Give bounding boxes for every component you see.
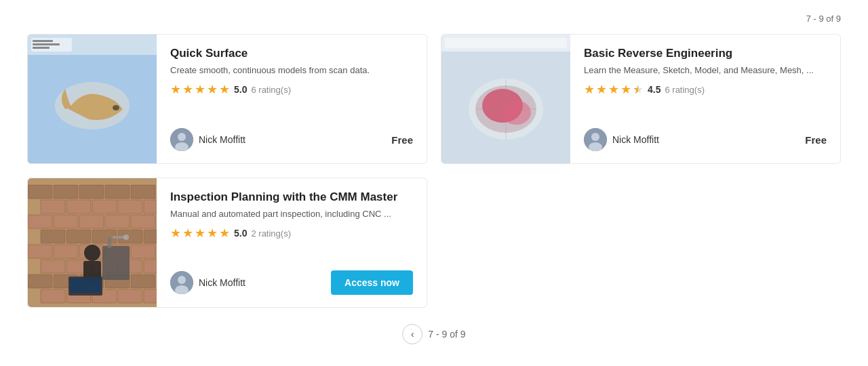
card-thumbnail-inspection-planning <box>28 178 157 307</box>
svg-rect-40 <box>66 230 91 243</box>
page-container: 7 - 9 of 9 Quick Surface Create smooth, … <box>0 0 868 358</box>
prev-page-button[interactable]: ‹ <box>402 324 422 344</box>
star-half: ★ <box>633 83 644 96</box>
author-name-basic-reverse-eng: Nick Moffitt <box>612 134 659 145</box>
author-inspection-planning: Nick Moffitt <box>170 271 245 294</box>
svg-rect-34 <box>28 215 52 228</box>
pagination-bottom: ‹ 7 - 9 of 9 <box>27 324 841 344</box>
svg-point-64 <box>84 245 100 261</box>
svg-rect-67 <box>108 238 111 248</box>
rating-count-quick-surface: 6 rating(s) <box>251 85 291 95</box>
star-full: ★ <box>182 227 193 239</box>
svg-rect-33 <box>144 200 157 214</box>
stars-quick-surface: ★★★★★ <box>170 83 230 96</box>
svg-point-21 <box>591 133 599 141</box>
card-inspection-planning: Inspection Planning with the CMM Master … <box>27 178 427 308</box>
rating-score-quick-surface: 5.0 <box>234 84 247 95</box>
author-name-inspection-planning: Nick Moffitt <box>199 277 245 288</box>
card-title-inspection-planning: Inspection Planning with the CMM Master <box>170 190 413 204</box>
star-full: ★ <box>207 227 218 239</box>
svg-rect-31 <box>92 200 117 214</box>
stars-basic-reverse-eng: ★★★★★ <box>584 83 644 96</box>
rating-count-basic-reverse-eng: 6 rating(s) <box>665 85 705 95</box>
star-full: ★ <box>195 227 205 239</box>
rating-score-inspection-planning: 5.0 <box>234 228 247 239</box>
svg-rect-66 <box>102 246 130 280</box>
card-title-quick-surface: Quick Surface <box>170 47 413 60</box>
svg-rect-71 <box>70 278 101 293</box>
svg-rect-48 <box>131 245 155 258</box>
author-quick-surface: Nick Moffitt <box>170 128 245 151</box>
svg-rect-44 <box>28 245 52 258</box>
svg-rect-28 <box>131 185 155 199</box>
svg-rect-24 <box>28 185 52 199</box>
card-title-basic-reverse-eng: Basic Reverse Engineering <box>584 47 827 60</box>
rating-count-inspection-planning: 2 rating(s) <box>251 228 291 239</box>
svg-rect-26 <box>79 185 104 199</box>
card-desc-quick-surface: Create smooth, continuous models from sc… <box>170 64 413 77</box>
card-body-quick-surface: Quick Surface Create smooth, continuous … <box>157 35 427 163</box>
card-body-inspection-planning: Inspection Planning with the CMM Master … <box>157 178 427 307</box>
access-now-button-inspection-planning[interactable]: Access now <box>331 270 413 295</box>
author-name-quick-surface: Nick Moffitt <box>199 134 245 145</box>
svg-rect-30 <box>66 200 91 214</box>
star-full: ★ <box>207 83 218 96</box>
svg-rect-32 <box>118 200 142 214</box>
card-rating-inspection-planning: ★★★★★ 5.0 2 rating(s) <box>170 227 413 239</box>
svg-rect-19 <box>445 38 567 48</box>
svg-rect-49 <box>41 260 65 273</box>
svg-rect-5 <box>33 40 53 42</box>
card-basic-reverse-eng: Basic Reverse Engineering Learn the Meas… <box>441 34 841 164</box>
svg-rect-38 <box>131 215 155 228</box>
pagination-top: 7 - 9 of 9 <box>27 7 841 34</box>
svg-point-69 <box>123 235 129 240</box>
svg-rect-27 <box>105 185 130 199</box>
star-full: ★ <box>608 83 619 96</box>
card-body-basic-reverse-eng: Basic Reverse Engineering Learn the Meas… <box>570 35 840 163</box>
card-footer-quick-surface: Nick Moffitt Free <box>170 128 413 151</box>
card-footer-inspection-planning: Nick Moffitt Access now <box>170 270 413 295</box>
svg-rect-59 <box>41 289 65 303</box>
svg-rect-62 <box>118 289 142 303</box>
price-label-quick-surface: Free <box>391 134 413 146</box>
author-avatar-quick-surface <box>170 128 193 151</box>
star-full: ★ <box>170 83 181 96</box>
card-desc-basic-reverse-eng: Learn the Measure, Sketch, Model, and Me… <box>584 64 827 77</box>
svg-rect-6 <box>33 43 60 45</box>
stars-inspection-planning: ★★★★★ <box>170 227 230 239</box>
svg-rect-29 <box>41 200 65 214</box>
card-rating-basic-reverse-eng: ★★★★★ 4.5 6 rating(s) <box>584 83 827 96</box>
svg-rect-35 <box>54 215 78 228</box>
star-full: ★ <box>195 83 205 96</box>
star-full: ★ <box>596 83 607 96</box>
svg-rect-53 <box>144 260 157 273</box>
star-full: ★ <box>170 227 181 239</box>
svg-rect-43 <box>144 230 157 243</box>
svg-point-3 <box>113 105 119 110</box>
card-footer-basic-reverse-eng: Nick Moffitt Free <box>584 128 827 151</box>
author-basic-reverse-eng: Nick Moffitt <box>584 128 659 151</box>
star-full: ★ <box>219 227 230 239</box>
pagination-top-label: 7 - 9 of 9 <box>806 14 841 24</box>
author-avatar-inspection-planning <box>170 271 193 294</box>
svg-rect-54 <box>28 274 52 288</box>
card-quick-surface: Quick Surface Create smooth, continuous … <box>27 34 427 164</box>
svg-rect-7 <box>33 47 50 49</box>
card-rating-quick-surface: ★★★★★ 5.0 6 rating(s) <box>170 83 413 96</box>
rating-score-basic-reverse-eng: 4.5 <box>648 84 660 95</box>
star-full: ★ <box>620 83 631 96</box>
svg-rect-39 <box>41 230 65 243</box>
card-thumbnail-basic-reverse-eng <box>441 35 570 163</box>
svg-rect-25 <box>54 185 78 199</box>
author-avatar-basic-reverse-eng <box>584 128 607 151</box>
svg-rect-63 <box>144 289 157 303</box>
cards-grid: Quick Surface Create smooth, continuous … <box>27 34 841 308</box>
svg-rect-58 <box>131 274 155 288</box>
star-full: ★ <box>584 83 595 96</box>
star-full: ★ <box>182 83 193 96</box>
card-desc-inspection-planning: Manual and automated part inspection, in… <box>170 208 413 220</box>
svg-rect-45 <box>54 245 78 258</box>
svg-rect-36 <box>79 215 104 228</box>
svg-point-73 <box>178 276 186 284</box>
star-full: ★ <box>219 83 230 96</box>
